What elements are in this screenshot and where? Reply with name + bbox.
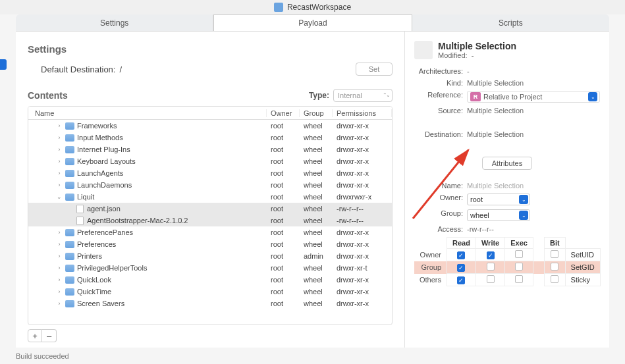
checkbox[interactable]: [487, 263, 495, 271]
row-owner: root: [267, 134, 300, 142]
disclosure-icon[interactable]: ›: [56, 288, 63, 295]
disclosure-icon[interactable]: ›: [56, 229, 63, 236]
add-button[interactable]: +: [28, 329, 42, 342]
table-row[interactable]: ›Internet Plug-Insrootwheeldrwxr-xr-x: [28, 143, 392, 155]
disclosure-icon[interactable]: ›: [56, 134, 63, 141]
checkbox[interactable]: [551, 250, 558, 258]
disclosure-icon[interactable]: ›: [56, 241, 63, 247]
checkbox[interactable]: ✓: [487, 251, 495, 259]
table-row[interactable]: ›LaunchDaemonsrootwheeldrwxr-xr-x: [28, 179, 392, 191]
row-owner: root: [267, 276, 300, 284]
name-label: Name:: [414, 182, 463, 190]
file-icon: [76, 205, 84, 213]
settings-heading: Settings: [28, 43, 393, 55]
row-owner: root: [267, 299, 300, 307]
perm-row-label: Group: [414, 261, 447, 274]
group-select[interactable]: wheel⌄: [467, 209, 530, 221]
attributes-button[interactable]: Attributes: [482, 157, 532, 170]
row-permissions: -rw-r--r--: [333, 217, 392, 224]
table-row[interactable]: ›Printersrootadmindrwxr-xr-x: [28, 250, 392, 262]
checkbox[interactable]: ✓: [457, 264, 465, 272]
table-row[interactable]: ›Frameworksrootwheeldrwxr-xr-x: [28, 120, 392, 132]
table-row[interactable]: ›Screen Saversrootwheeldrwxr-xr-x: [28, 298, 392, 309]
remove-button[interactable]: –: [42, 329, 57, 342]
disclosure-icon[interactable]: ›: [56, 300, 63, 307]
row-permissions: drwxr-xr-x: [333, 288, 392, 296]
titlebar: RecastWorkspace: [0, 0, 625, 14]
checkbox[interactable]: ✓: [457, 251, 465, 259]
row-permissions: drwxr-xr-x: [333, 228, 392, 236]
disclosure-icon[interactable]: ›: [56, 276, 63, 283]
perm-row-others: Others✓Sticky: [414, 274, 600, 286]
access-value: -rw-r--r--: [467, 225, 600, 233]
table-row[interactable]: ›LaunchAgentsrootwheeldrwxr-xr-x: [28, 167, 392, 179]
checkbox[interactable]: [515, 263, 523, 271]
inspector-panel: Multiple Selection Modified: - Architect…: [405, 32, 609, 348]
tab-scripts[interactable]: Scripts: [412, 14, 609, 31]
checkbox[interactable]: [487, 275, 495, 283]
type-select[interactable]: Internal: [333, 89, 393, 102]
tab-payload[interactable]: Payload: [213, 14, 412, 31]
row-permissions: drwxr-xr-x: [333, 169, 392, 177]
row-permissions: drwxr-xr-x: [333, 299, 392, 307]
disclosure-icon[interactable]: ›: [56, 265, 63, 271]
col-owner[interactable]: Owner: [267, 109, 300, 117]
file-icon: [76, 217, 84, 225]
row-group: wheel: [300, 169, 333, 177]
table-row[interactable]: ›Input Methodsrootwheeldrwxr-xr-x: [28, 132, 392, 143]
perm-col-write: Write: [476, 238, 504, 249]
checkbox[interactable]: [551, 275, 558, 283]
disclosure-icon[interactable]: ›: [56, 146, 63, 153]
row-name: AgentBootstrapper-Mac-2.1.0.2: [87, 217, 188, 224]
set-button[interactable]: Set: [356, 63, 393, 76]
perm-row-label: Others: [414, 274, 447, 286]
col-permissions[interactable]: Permissions: [333, 109, 392, 117]
reference-select[interactable]: R Relative to Project ⌄: [467, 91, 600, 103]
tab-settings[interactable]: Settings: [16, 14, 213, 31]
disclosure-icon[interactable]: ⌄: [56, 194, 63, 200]
col-name[interactable]: Name: [28, 109, 267, 117]
table-row[interactable]: AgentBootstrapper-Mac-2.1.0.2rootwheel-r…: [28, 215, 392, 226]
disclosure-icon[interactable]: ›: [56, 170, 63, 176]
inspector-title: Multiple Selection: [438, 41, 516, 51]
document-icon: [274, 3, 283, 12]
disclosure-icon[interactable]: ›: [56, 253, 63, 259]
row-owner: root: [267, 157, 300, 165]
inspector-modified: Modified: -: [438, 51, 516, 59]
bit-label: SetGID: [565, 261, 600, 274]
row-owner: root: [267, 193, 300, 201]
row-permissions: drwxr-xr-t: [333, 264, 392, 272]
group-label: Group:: [414, 209, 463, 221]
disclosure-icon[interactable]: ›: [56, 122, 63, 129]
source-value: Multiple Selection: [467, 107, 600, 115]
owner-select[interactable]: root⌄: [467, 194, 530, 205]
disclosure-icon[interactable]: ›: [56, 158, 63, 165]
perm-col-exec: Exec: [505, 238, 533, 249]
checkbox[interactable]: [515, 250, 523, 258]
row-group: wheel: [300, 122, 333, 130]
row-owner: root: [267, 252, 300, 260]
folder-icon: [65, 134, 74, 142]
col-group[interactable]: Group: [300, 109, 333, 117]
table-row[interactable]: ›Preferencesrootwheeldrwxr-xr-x: [28, 238, 392, 250]
row-group: wheel: [300, 264, 333, 272]
table-body[interactable]: ›Frameworksrootwheeldrwxr-xr-x›Input Met…: [28, 120, 392, 325]
checkbox[interactable]: [551, 263, 558, 271]
table-row[interactable]: agent.jsonrootwheel-rw-r--r--: [28, 203, 392, 215]
table-row[interactable]: ›Keyboard Layoutsrootwheeldrwxr-xr-x: [28, 155, 392, 167]
table-row[interactable]: ›QuickLookrootwheeldrwxr-xr-x: [28, 274, 392, 286]
disclosure-icon[interactable]: ›: [56, 182, 63, 188]
table-row[interactable]: ›PreferencePanesrootwheeldrwxr-xr-x: [28, 226, 392, 238]
row-name: PrivilegedHelperTools: [77, 264, 147, 272]
folder-icon: [65, 241, 74, 248]
row-owner: root: [267, 122, 300, 130]
row-group: wheel: [300, 181, 333, 189]
table-row[interactable]: ⌄Liquitrootwheeldrwxrwxr-x: [28, 191, 392, 203]
perm-row-group: Group✓SetGID: [414, 261, 600, 274]
table-row[interactable]: ›PrivilegedHelperToolsrootwheeldrwxr-xr-…: [28, 262, 392, 274]
checkbox[interactable]: ✓: [457, 276, 465, 284]
table-row[interactable]: ›QuickTimerootwheeldrwxr-xr-x: [28, 286, 392, 298]
architectures-value: -: [467, 67, 600, 75]
selection-indicator: [0, 59, 7, 70]
checkbox[interactable]: [515, 275, 523, 283]
